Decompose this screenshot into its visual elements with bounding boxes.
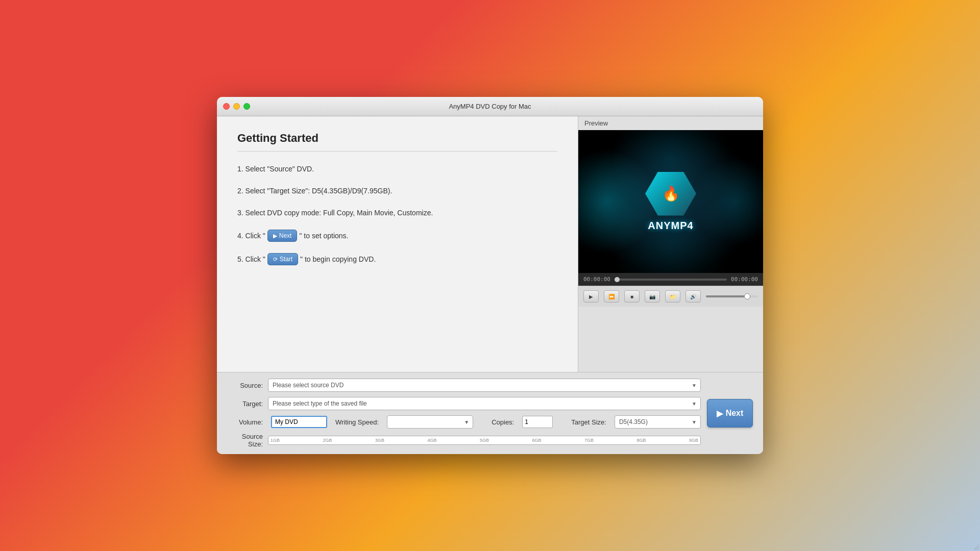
tick-8gb: 8GB (636, 438, 646, 443)
play-icon: ▶ (589, 294, 593, 299)
volume-icon: 🔊 (690, 294, 696, 299)
size-bar-labels: 1GB 2GB 3GB 4GB 5GB 6GB 7GB 8GB 9GB (268, 436, 700, 444)
bottom-panel: Source: Please select source DVD ▼ Targe… (217, 372, 763, 454)
progress-bar[interactable] (615, 279, 727, 281)
next-inline-label: Next (279, 231, 292, 240)
step-3: 3. Select DVD copy mode: Full Copy, Main… (237, 208, 557, 218)
video-progress-bar: 00:00:00 00:00:00 (578, 273, 763, 286)
brand-name: ANYMP4 (648, 220, 693, 232)
time-end: 00:00:00 (731, 276, 758, 283)
volume-button[interactable]: 🔊 (685, 290, 701, 303)
tick-7gb: 7GB (584, 438, 594, 443)
brand-icon: 🔥 (662, 185, 680, 202)
traffic-lights (223, 103, 250, 110)
source-select[interactable]: Please select source DVD (268, 379, 701, 392)
divider (237, 151, 557, 152)
hex-shape: 🔥 (645, 172, 696, 216)
window-title: AnyMP4 DVD Copy for Mac (449, 103, 531, 110)
fast-forward-button[interactable]: ⏩ (604, 290, 619, 303)
start-inline-label: Start (280, 255, 292, 264)
left-panel: Getting Started 1. Select "Source" DVD. … (217, 116, 578, 372)
volume-label: Volume: (227, 418, 263, 426)
close-button[interactable] (223, 103, 230, 110)
step-4-suffix: " to set options. (299, 231, 348, 241)
snapshot-icon: 📷 (649, 294, 655, 299)
writing-speed-label: Writing Speed: (335, 418, 379, 426)
source-size-bar: 1GB 2GB 3GB 4GB 5GB 6GB 7GB 8GB 9GB (268, 436, 701, 445)
volume-slider[interactable] (706, 295, 758, 297)
app-window: AnyMP4 DVD Copy for Mac Getting Started … (217, 97, 763, 454)
folder-button[interactable]: 📁 (665, 290, 680, 303)
step-5-prefix: 5. Click " (237, 254, 265, 265)
tick-9gb: 9GB (689, 438, 698, 443)
source-size-label: Source Size: (227, 433, 263, 448)
step-1-text: 1. Select "Source" DVD. (237, 164, 314, 174)
video-thumbnail: 🔥 ANYMP4 (578, 130, 763, 273)
step-1: 1. Select "Source" DVD. (237, 164, 557, 174)
progress-dot (615, 277, 620, 282)
next-main-label: Next (726, 409, 744, 418)
target-size-wrapper: D5(4.35G) D9(7.95G) ▼ (615, 415, 701, 429)
playback-controls: ▶ ⏩ ■ 📷 📁 🔊 (578, 286, 763, 307)
target-select[interactable]: Please select type of the saved file (268, 397, 701, 410)
tick-3gb: 3GB (375, 438, 384, 443)
snapshot-button[interactable]: 📷 (645, 290, 660, 303)
next-main-button[interactable]: ▶ Next (707, 399, 753, 428)
source-size-row: Source Size: 1GB 2GB 3GB 4GB 5GB 6GB 7GB… (227, 433, 701, 448)
step-2-text: 2. Select "Target Size": D5(4.35GB)/D9(7… (237, 186, 392, 196)
copies-label: Copies: (492, 418, 514, 426)
step-5-suffix: " to begin copying DVD. (300, 254, 376, 265)
next-inline-icon: ▶ (273, 232, 277, 240)
options-row: Volume: Writing Speed: ▼ Copies: Target … (227, 415, 701, 429)
tick-1gb: 1GB (271, 438, 280, 443)
tick-6gb: 6GB (532, 438, 541, 443)
stop-icon: ■ (630, 294, 633, 299)
target-size-label: Target Size: (571, 418, 606, 426)
time-start: 00:00:00 (583, 276, 610, 283)
preview-panel: Preview 🔥 ANYMP4 00:00:00 (578, 116, 763, 372)
step-2: 2. Select "Target Size": D5(4.35GB)/D9(7… (237, 186, 557, 196)
form-fields: Source: Please select source DVD ▼ Targe… (227, 379, 701, 448)
titlebar: AnyMP4 DVD Copy for Mac (217, 97, 763, 116)
source-label: Source: (227, 382, 263, 389)
target-select-wrapper: Please select type of the saved file ▼ (268, 397, 701, 410)
tick-4gb: 4GB (427, 438, 436, 443)
maximize-button[interactable] (243, 103, 250, 110)
brand-logo: 🔥 ANYMP4 (645, 172, 696, 232)
source-select-wrapper: Please select source DVD ▼ (268, 379, 701, 392)
preview-label: Preview (578, 116, 763, 130)
target-row: Target: Please select type of the saved … (227, 397, 701, 410)
copies-input[interactable] (522, 416, 553, 428)
minimize-button[interactable] (233, 103, 240, 110)
volume-input[interactable] (271, 416, 327, 428)
step-4-prefix: 4. Click " (237, 231, 265, 241)
main-area: Getting Started 1. Select "Source" DVD. … (217, 116, 763, 372)
play-button[interactable]: ▶ (583, 290, 599, 303)
bottom-form-container: Source: Please select source DVD ▼ Targe… (227, 379, 753, 448)
folder-icon: 📁 (670, 294, 676, 299)
start-inline-button[interactable]: ⟳ Start (267, 253, 298, 265)
start-inline-icon: ⟳ (273, 255, 278, 264)
video-area: 🔥 ANYMP4 (578, 130, 763, 273)
step-3-text: 3. Select DVD copy mode: Full Copy, Main… (237, 208, 433, 218)
writing-speed-select[interactable] (387, 415, 473, 429)
next-main-icon: ▶ (717, 409, 723, 418)
stop-button[interactable]: ■ (624, 290, 640, 303)
step-5: 5. Click " ⟳ Start " to begin copying DV… (237, 253, 557, 265)
ff-icon: ⏩ (608, 294, 615, 299)
target-label: Target: (227, 400, 263, 408)
writing-speed-wrapper: ▼ (387, 415, 473, 429)
page-title: Getting Started (237, 132, 557, 145)
source-row: Source: Please select source DVD ▼ (227, 379, 701, 392)
tick-5gb: 5GB (480, 438, 489, 443)
next-inline-button[interactable]: ▶ Next (267, 230, 298, 242)
target-size-select[interactable]: D5(4.35G) D9(7.95G) (615, 415, 701, 429)
volume-knob (744, 293, 750, 299)
step-4: 4. Click " ▶ Next " to set options. (237, 230, 557, 242)
tick-2gb: 2GB (323, 438, 332, 443)
